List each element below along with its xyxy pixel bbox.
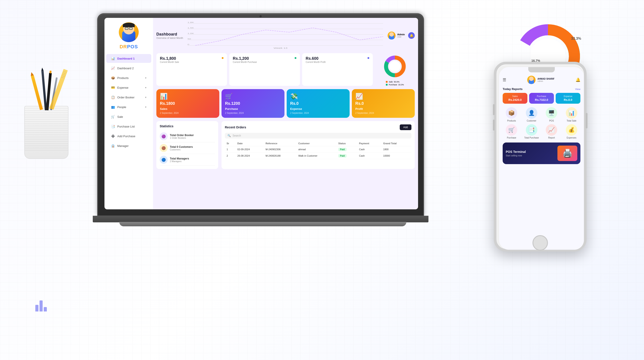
sales-card-date: 2 September, 2024 (160, 112, 216, 114)
phone-purchase-label: Purchase (531, 95, 552, 98)
purchase-card-icon: 🛒 (225, 93, 281, 100)
add-order-button[interactable]: Add (400, 124, 412, 130)
pos-terminal-subtitle: Start selling now (506, 155, 526, 157)
sidebar-label-sale: Sale (117, 115, 123, 118)
stat-managers: 🔵 Total Managers 2 Managers (160, 154, 215, 166)
stat-label-sale: Current Month Sale (160, 61, 224, 63)
report-icon-label: Report (548, 137, 555, 139)
sidebar-item-people[interactable]: 👥 People ▼ (106, 103, 151, 111)
summary-card-sales: 📊 Rs.1800 Sales 2 September, 2024 (156, 89, 219, 118)
customers-stat-label: Total 0 Customers (170, 145, 193, 149)
svg-point-14 (389, 61, 400, 72)
sale-icon: 🛒 (111, 115, 115, 119)
products-arrow-icon: ▼ (145, 77, 147, 79)
laptop-bottom (119, 222, 406, 226)
dashboard2-icon: 📈 (111, 66, 115, 70)
phone-user-info: AHMAD SHARIF Admin (537, 78, 554, 82)
col-customer: Customer (296, 141, 336, 146)
sidebar-item-manager[interactable]: 👔 Manager (106, 141, 151, 150)
pencil-cup-decoration (22, 101, 71, 159)
managers-stat-label: Total Managers (170, 157, 189, 160)
phone-icon-products[interactable]: 📦 Products (503, 107, 520, 122)
phone-home-button[interactable] (532, 235, 548, 251)
sidebar-item-dashboard2[interactable]: 📈 Dashboard 2 (106, 64, 151, 73)
phone-header: ☰ AHMAD SHARIF Admin 🔔 (503, 76, 580, 84)
phone-shell: ☰ AHMAD SHARIF Admin 🔔 (494, 62, 586, 251)
sidebar-item-products[interactable]: 📦 Products ▼ (106, 73, 151, 82)
sidebar-label-products: Products (117, 76, 128, 80)
logo-dr: DR (120, 44, 127, 49)
svg-text:Week 13: Week 13 (274, 47, 288, 49)
profit-card-value: Rs.0 (355, 101, 411, 106)
phone-reports-row: Sales Rs.2420.0 Purchase Rs.7322.0 Expan… (503, 93, 580, 104)
phone-notch (528, 67, 555, 72)
laptop-camera (260, 15, 262, 17)
sidebar-label-order-booker: Order Booker (117, 96, 134, 99)
phone-sales-value: Rs.2420.0 (505, 98, 525, 101)
page-title: Dashboard (156, 32, 183, 37)
stat-label-purchase: Current Month Purchase (233, 61, 296, 63)
phone-purchase-value: Rs.7322.0 (531, 98, 552, 101)
phone-icon-purchase[interactable]: 🛒 Purchase (503, 124, 520, 139)
phone-user-name: AHMAD SHARIF (537, 78, 554, 80)
user-details: Admin User (397, 33, 405, 38)
phone-icon-expenses[interactable]: 💰 Expenses (563, 124, 580, 139)
pos-terminal-image: 🖨️ (558, 146, 577, 161)
summary-card-profit: 📈 Rs.0 Profit 2 September, 2024 (352, 89, 415, 118)
summary-card-expense: 💸 Rs.0 Expense 2 September, 2024 (287, 89, 350, 118)
sidebar: DRPOS 📊 Dashboard 1 📈 Dashboard 2 📦 (104, 18, 153, 209)
pos-terminal-text: POS Terminal Start selling now (506, 150, 526, 157)
sidebar-label-dashboard1: Dashboard 1 (117, 57, 135, 60)
phone-mockup: ☰ AHMAD SHARIF Admin 🔔 (494, 62, 604, 282)
user-role: User (397, 36, 405, 38)
phone-icon-grid: 📦 Products 👤 Customer 🖥️ POS 📊 Total Sal… (503, 107, 580, 139)
people-icon: 👥 (111, 105, 115, 109)
stat-card-purchase: Rs.1,200 Current Month Purchase (229, 53, 300, 86)
phone-menu-icon[interactable]: ☰ (503, 77, 506, 82)
sales-card-label: Sales (160, 107, 216, 111)
svg-text:1.0K: 1.0K (188, 32, 194, 34)
row1-reference: M-240902306 (264, 146, 296, 153)
phone-bell-icon[interactable]: 🔔 (576, 77, 580, 82)
purchase-card-label: Purchase (225, 107, 281, 111)
profit-card-date: 2 September, 2024 (355, 112, 411, 114)
report-icon-circle: 📈 (546, 124, 557, 136)
user-info: Admin User (388, 31, 405, 39)
row2-sr: 2 (225, 153, 236, 159)
legend-sale-label: Sale (389, 81, 393, 83)
add-purchase-icon: ➕ (111, 134, 115, 138)
phone-screen: ☰ AHMAD SHARIF Admin 🔔 (499, 67, 584, 250)
sidebar-item-dashboard1[interactable]: 📊 Dashboard 1 (106, 54, 151, 63)
donut-legend: Sale 50.0% Purchase 33.3% (386, 81, 404, 86)
legend-sale-value: 50.0% (394, 81, 400, 83)
laptop-base (93, 216, 428, 222)
view-link[interactable]: View (575, 88, 580, 90)
stat-card-sale: Rs.1,800 Current Month Sale (156, 53, 227, 86)
customers-stat-text: Total 0 Customers Customers (170, 145, 193, 151)
phone-icon-total-sale[interactable]: 📊 Total Sale (563, 107, 580, 122)
sidebar-item-add-purchase[interactable]: ➕ Add Purchase (106, 132, 151, 141)
order-booker-stat-text: Total Order Booker 1 Order Bookers (170, 134, 194, 139)
screen-content: DRPOS 📊 Dashboard 1 📈 Dashboard 2 📦 (104, 18, 418, 209)
main-content: Dashboard Overview of latest Month (153, 18, 418, 209)
sidebar-item-purchase-list[interactable]: 📑 Purchase List (106, 122, 151, 131)
phone-icon-report[interactable]: 📈 Report (543, 124, 560, 139)
sidebar-item-order-booker[interactable]: 📋 Order Booker ▼ (106, 93, 151, 102)
phone-icon-customer[interactable]: 👤 Customer (523, 107, 541, 122)
expense-icon: 💳 (111, 85, 115, 90)
table-row: 2 26-08-2024 M-240826188 Walk in Custome… (225, 153, 412, 159)
stat-label-profit: Current Month Profit (306, 61, 369, 63)
sidebar-item-expense[interactable]: 💳 Expense ▼ (106, 83, 151, 92)
sales-card-value: Rs.1800 (160, 101, 216, 106)
svg-text:33.3%: 33.3% (571, 37, 581, 40)
phone-expense-value: Rs.0.0 (558, 98, 578, 101)
row2-reference: M-240826188 (264, 153, 296, 159)
phone-icon-pos[interactable]: 🖥️ POS (543, 107, 560, 122)
laptop-screen: DRPOS 📊 Dashboard 1 📈 Dashboard 2 📦 (104, 18, 418, 209)
phone-icon-total-purchase[interactable]: 📑 Total Purchase (523, 124, 541, 139)
sidebar-item-sale[interactable]: 🛒 Sale (106, 112, 151, 121)
notification-bell-icon[interactable]: 🔔 (408, 32, 415, 39)
col-payment: Payment (357, 141, 382, 146)
row1-customer: ahmad (296, 146, 336, 153)
phone-user-role: Admin (537, 80, 554, 82)
